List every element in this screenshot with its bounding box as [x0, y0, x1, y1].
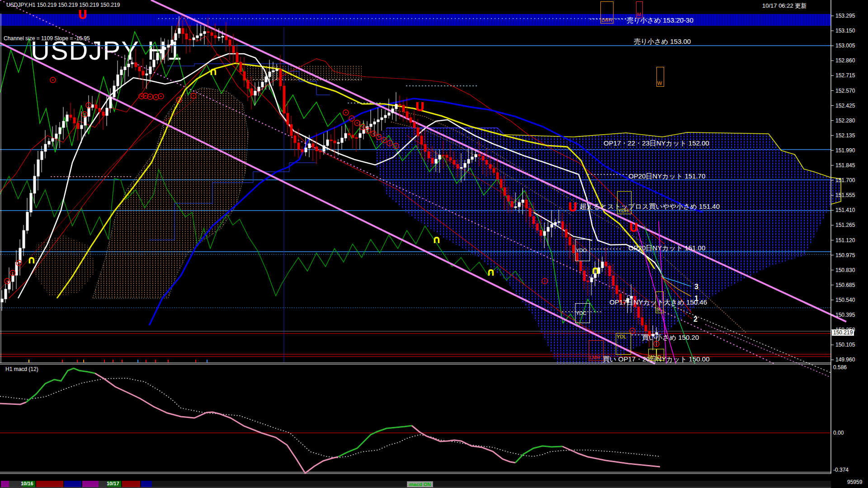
level-box-ydh[interactable]: YDH [617, 191, 632, 214]
chart-line [562, 446, 660, 467]
macd-toggle-badge[interactable]: macd ON [407, 481, 433, 488]
chart-line [26, 368, 95, 402]
level-box-lmh[interactable]: LMH [589, 340, 604, 361]
level-box-label: YDO [576, 248, 587, 253]
level-box-label: D [656, 307, 660, 312]
level-box-label: M [637, 12, 641, 17]
macd-axis-min: -0.374 [833, 467, 849, 473]
kumo-cloud-main [374, 128, 841, 364]
level-box-label: W [657, 80, 662, 86]
price-axis-label: 152.570 [835, 88, 855, 94]
price-axis-label: 150.830 [835, 267, 855, 273]
timeline-date-label: 10/17 [107, 481, 119, 486]
timeline-segment[interactable] [82, 481, 99, 487]
macd-panel-label: H1 macd (12) [5, 366, 38, 372]
level-box-label: YDH [618, 208, 628, 213]
timeline-segment[interactable] [99, 481, 108, 487]
chart-line [0, 378, 660, 458]
price-axis-label: 153.150 [835, 28, 855, 34]
target-number-label: 1 [694, 295, 698, 303]
buy-signal-icon: ∩ [486, 266, 495, 278]
updated-timestamp: 10/17 06:22 更新 [762, 2, 807, 10]
chart-annotation: OP20日NYカット 151.70 [628, 172, 705, 181]
price-axis-label: 151.410 [835, 207, 855, 213]
level-box-label: W [649, 354, 654, 360]
level-box-w[interactable]: W [648, 349, 656, 361]
timeline-segment[interactable] [36, 481, 63, 487]
price-axis-label: 150.395 [835, 312, 855, 318]
sell-signal-icon: U [78, 8, 87, 22]
buy-signal-icon: ∩ [27, 253, 36, 266]
price-axis-label: 150.975 [835, 252, 855, 258]
chart-line [338, 426, 412, 457]
timeline-segment[interactable] [64, 481, 81, 487]
price-axis-label: 152.135 [835, 132, 855, 139]
price-axis-label: 151.555 [835, 192, 855, 198]
chart-canvas[interactable]: UUUU∩∩∩∩∩ [0, 0, 868, 488]
level-box-label: YDL [617, 334, 626, 339]
level-box-label: LWH [601, 17, 612, 23]
timeline-date-label: 10/16 [21, 481, 33, 486]
macd-axis-zero: 0.00 [833, 430, 844, 436]
chart-annotation: 超えるとストップロス買いやや小さめ 151.40 [580, 202, 720, 211]
price-axis-label: 153.295 [835, 13, 855, 19]
price-axis-label: 152.425 [835, 103, 855, 109]
current-price-tag: 150.219 [832, 329, 854, 336]
bar-counter: 95959 [847, 479, 862, 485]
trading-chart-window: USDJPY H1 UUUU∩∩∩∩∩ USDJPY,H1 150.219 15… [0, 0, 868, 488]
price-axis-label: 151.845 [835, 162, 855, 169]
timeline-segment[interactable] [152, 481, 831, 487]
level-box-w[interactable]: W [656, 67, 664, 87]
level-box-label: LMH [590, 355, 600, 360]
price-axis-label: 150.685 [835, 282, 855, 288]
level-box-d[interactable]: D [656, 291, 664, 313]
price-axis-label: 152.715 [835, 72, 855, 79]
sell-signal-icon: U [415, 100, 425, 114]
timeline-segment[interactable] [1, 481, 9, 487]
level-box-d[interactable]: D [656, 349, 664, 361]
chart-line [515, 446, 562, 463]
level-box-ydc[interactable]: YDC [575, 303, 590, 323]
target-number-label: 2 [693, 315, 698, 324]
channel-info-label: Channel size = 1109 Slope = -16.95 [4, 35, 90, 42]
timeline-segment[interactable] [141, 481, 152, 487]
level-box-m[interactable]: M [636, 1, 643, 18]
price-axis-label: 151.120 [835, 237, 855, 244]
chart-line [95, 373, 338, 473]
sell-signal-icon: U [629, 221, 638, 235]
level-box-ydl[interactable]: YDL [616, 333, 631, 355]
price-axis-label: 153.005 [835, 42, 855, 49]
buy-signal-icon: ∩ [432, 233, 441, 246]
price-axis-label: 152.280 [835, 117, 855, 124]
buy-signal-icon: ∩ [209, 65, 218, 78]
level-box-label: YDC [576, 310, 586, 316]
chart-annotation: 売り小さめ 153.00 [634, 38, 691, 46]
level-box-ydo[interactable]: YDO [575, 239, 590, 261]
chart-line [0, 402, 26, 404]
sell-signal-icon: U [568, 201, 577, 214]
macd-axis-max: 0.586 [833, 364, 847, 371]
buy-signal-icon: ∩ [591, 264, 600, 277]
chart-annotation: OP20日NYカット 151.00 [628, 244, 705, 253]
level-box-label: D [657, 354, 661, 360]
price-axis-label: 149.960 [835, 357, 855, 363]
chart-annotation: OP17・22・23日NYカット 152.00 [604, 139, 709, 148]
target-number-label: 3 [694, 283, 698, 291]
price-axis-label: 150.540 [835, 297, 855, 303]
chart-annotation: 買い小さめ 150.20 [642, 333, 699, 342]
chart-line [412, 426, 515, 463]
price-axis-label: 151.700 [835, 177, 855, 183]
symbol-title: USDJPY,H1 150.219 150.219 150.219 150.21… [6, 2, 120, 8]
price-axis-label: 152.860 [835, 57, 855, 64]
price-axis-label: 151.265 [835, 222, 855, 228]
price-axis-label: 150.105 [835, 342, 855, 348]
timeline-segment[interactable] [122, 481, 140, 487]
level-box-lwh[interactable]: LWH [600, 1, 613, 23]
price-axis-label: 151.990 [835, 147, 855, 154]
